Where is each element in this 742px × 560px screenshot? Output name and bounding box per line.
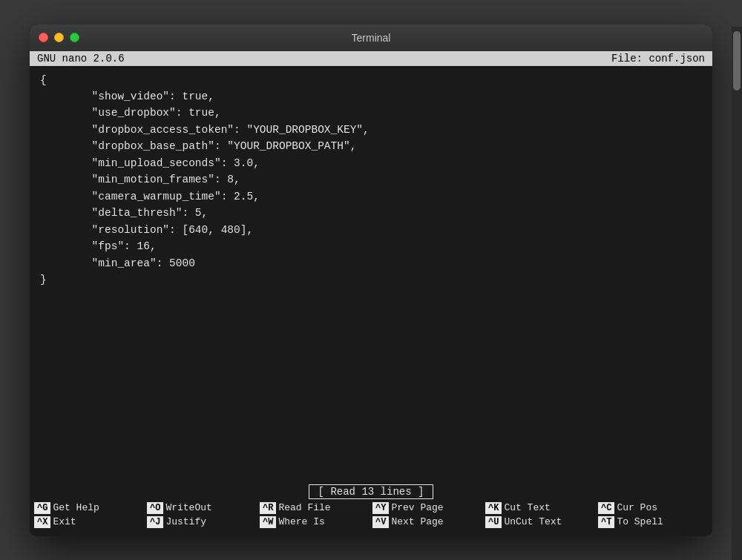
status-bar: [ Read 13 lines ] (30, 480, 712, 502)
shortcut-label: Read File (278, 502, 330, 513)
shortcut-label: Cur Pos (617, 502, 657, 513)
shortcut-item[interactable]: ^XExit (34, 516, 144, 528)
shortcut-label: To Spell (617, 516, 663, 527)
editor-content[interactable]: { "show_video": true, "use_dropbox": tru… (30, 66, 712, 480)
shortcuts-row-2: ^XExit^JJustify^WWhere Is^VNext Page^UUn… (34, 516, 708, 528)
titlebar: Terminal (30, 24, 712, 51)
file-content: { "show_video": true, "use_dropbox": tru… (40, 72, 702, 289)
shortcut-key: ^C (598, 502, 614, 514)
shortcut-label: Justify (165, 516, 206, 527)
shortcut-label: Next Page (391, 516, 443, 527)
shortcut-key: ^W (260, 516, 276, 528)
shortcut-item[interactable]: ^YPrev Page (372, 502, 482, 514)
shortcut-key: ^R (260, 502, 276, 514)
shortcut-label: Cut Text (504, 502, 550, 513)
shortcut-label: Get Help (53, 502, 99, 513)
minimize-button[interactable] (54, 33, 64, 42)
shortcuts-bar: ^GGet Help^OWriteOut^RRead File^YPrev Pa… (30, 502, 712, 536)
shortcut-item[interactable]: ^VNext Page (372, 516, 482, 528)
shortcut-label: UnCut Text (504, 516, 562, 527)
shortcut-item[interactable]: ^OWriteOut (147, 502, 257, 514)
shortcut-item[interactable]: ^KCut Text (485, 502, 595, 514)
window-title: Terminal (352, 32, 391, 44)
shortcut-key: ^X (34, 516, 50, 528)
shortcut-label: Prev Page (391, 502, 443, 513)
shortcut-item[interactable]: ^TTo Spell (598, 516, 708, 528)
shortcut-item[interactable]: ^UUnCut Text (485, 516, 595, 528)
nano-version: GNU nano 2.0.6 (37, 53, 125, 65)
terminal-body: GNU nano 2.0.6 File: conf.json { "show_v… (30, 51, 712, 536)
shortcut-label: WriteOut (165, 502, 211, 513)
shortcut-key: ^T (598, 516, 614, 528)
status-message: [ Read 13 lines ] (309, 484, 434, 499)
shortcut-item[interactable]: ^WWhere Is (260, 516, 370, 528)
shortcut-key: ^Y (372, 502, 389, 514)
shortcut-key: ^O (147, 502, 163, 514)
shortcut-item[interactable]: ^CCur Pos (598, 502, 708, 514)
shortcut-item[interactable]: ^RRead File (260, 502, 370, 514)
shortcut-key: ^V (372, 516, 389, 528)
terminal-window: Terminal GNU nano 2.0.6 File: conf.json … (30, 24, 712, 536)
shortcut-key: ^G (34, 502, 50, 514)
maximize-button[interactable] (70, 33, 79, 42)
shortcut-item[interactable]: ^JJustify (147, 516, 257, 528)
shortcut-key: ^U (485, 516, 502, 528)
nano-header: GNU nano 2.0.6 File: conf.json (30, 51, 712, 66)
shortcut-key: ^K (485, 502, 502, 514)
nano-filename: File: conf.json (611, 53, 705, 65)
shortcut-key: ^J (147, 516, 163, 528)
traffic-lights (39, 33, 79, 42)
close-button[interactable] (39, 33, 48, 42)
shortcuts-row-1: ^GGet Help^OWriteOut^RRead File^YPrev Pa… (34, 502, 708, 514)
shortcut-label: Exit (53, 516, 76, 527)
shortcut-item[interactable]: ^GGet Help (34, 502, 144, 514)
shortcut-label: Where Is (278, 516, 324, 527)
